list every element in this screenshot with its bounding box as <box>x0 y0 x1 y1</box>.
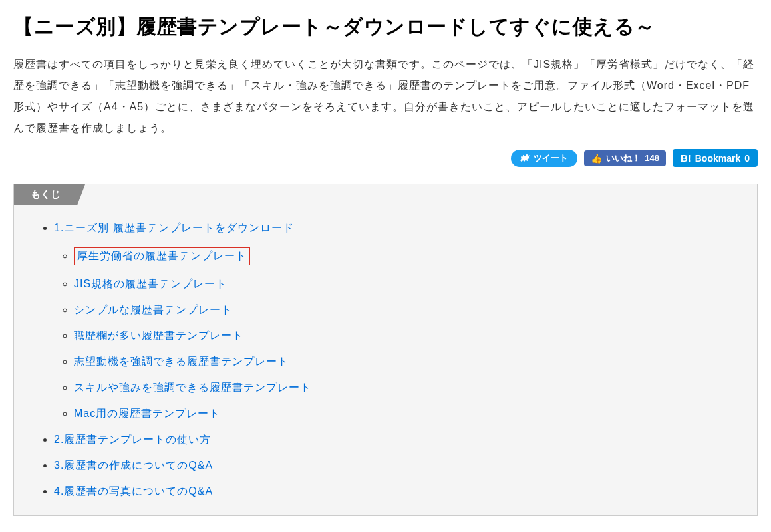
tweet-button[interactable]: ツイート <box>511 150 577 167</box>
bookmark-count: 0 <box>744 153 750 164</box>
toc-subitem: スキルや強みを強調できる履歴書テンプレート <box>74 381 744 395</box>
toc-item: 4.履歴書の写真についてのQ&A <box>54 485 744 499</box>
toc-link-2[interactable]: 2.履歴書テンプレートの使い方 <box>54 434 211 445</box>
toc-link-1[interactable]: 1.ニーズ別 履歴書テンプレートをダウンロード <box>54 222 294 233</box>
toc-link-4[interactable]: 4.履歴書の写真についてのQ&A <box>54 485 213 497</box>
like-label: いいね！ <box>606 152 641 164</box>
toc-sublink-mac[interactable]: Mac用の履歴書テンプレート <box>74 408 220 419</box>
toc-link-3[interactable]: 3.履歴書の作成についてのQ&A <box>54 460 213 471</box>
toc-item: 3.履歴書の作成についてのQ&A <box>54 459 744 473</box>
bookmark-label: Bookmark <box>695 153 740 164</box>
toc-sublink-simple[interactable]: シンプルな履歴書テンプレート <box>74 304 232 315</box>
toc-sublink-skills[interactable]: スキルや強みを強調できる履歴書テンプレート <box>74 382 311 393</box>
hatena-b-icon: B! <box>681 152 691 164</box>
toc-subitem: 厚生労働省の履歴書テンプレート <box>74 247 744 265</box>
toc-header-tab: もくじ <box>14 184 77 205</box>
tweet-label: ツイート <box>534 152 568 164</box>
page-title: 【ニーズ別】履歴書テンプレート～ダウンロードしてすぐに使える～ <box>13 13 758 41</box>
toc-item: 2.履歴書テンプレートの使い方 <box>54 433 744 447</box>
toc-sublink-jis[interactable]: JIS規格の履歴書テンプレート <box>74 278 227 289</box>
hatena-bookmark-button[interactable]: B! Bookmark 0 <box>673 149 758 167</box>
thumbs-up-icon: 👍 <box>591 153 602 164</box>
toc-sublink-workhistory[interactable]: 職歴欄が多い履歴書テンプレート <box>74 330 243 341</box>
toc-sublink-mhlw[interactable]: 厚生労働省の履歴書テンプレート <box>74 247 250 265</box>
social-button-row: ツイート 👍 いいね！ 148 B! Bookmark 0 <box>13 149 758 167</box>
intro-paragraph: 履歴書はすべての項目をしっかりと見栄え良く埋めていくことが大切な書類です。このペ… <box>13 54 758 139</box>
toc-sublist: 厚生労働省の履歴書テンプレート JIS規格の履歴書テンプレート シンプルな履歴書… <box>54 247 744 421</box>
like-count: 148 <box>645 153 659 163</box>
toc-header: もくじ <box>14 184 757 205</box>
toc-item: 1.ニーズ別 履歴書テンプレートをダウンロード 厚生労働省の履歴書テンプレート … <box>54 221 744 421</box>
toc-sublink-motivation[interactable]: 志望動機を強調できる履歴書テンプレート <box>74 356 289 367</box>
facebook-like-button[interactable]: 👍 いいね！ 148 <box>584 150 666 166</box>
toc-subitem: Mac用の履歴書テンプレート <box>74 407 744 421</box>
toc-list: 1.ニーズ別 履歴書テンプレートをダウンロード 厚生労働省の履歴書テンプレート … <box>14 205 757 515</box>
toc-subitem: 志望動機を強調できる履歴書テンプレート <box>74 355 744 369</box>
table-of-contents: もくじ 1.ニーズ別 履歴書テンプレートをダウンロード 厚生労働省の履歴書テンプ… <box>13 184 758 516</box>
toc-subitem: シンプルな履歴書テンプレート <box>74 303 744 317</box>
toc-subitem: JIS規格の履歴書テンプレート <box>74 277 744 291</box>
toc-subitem: 職歴欄が多い履歴書テンプレート <box>74 329 744 343</box>
